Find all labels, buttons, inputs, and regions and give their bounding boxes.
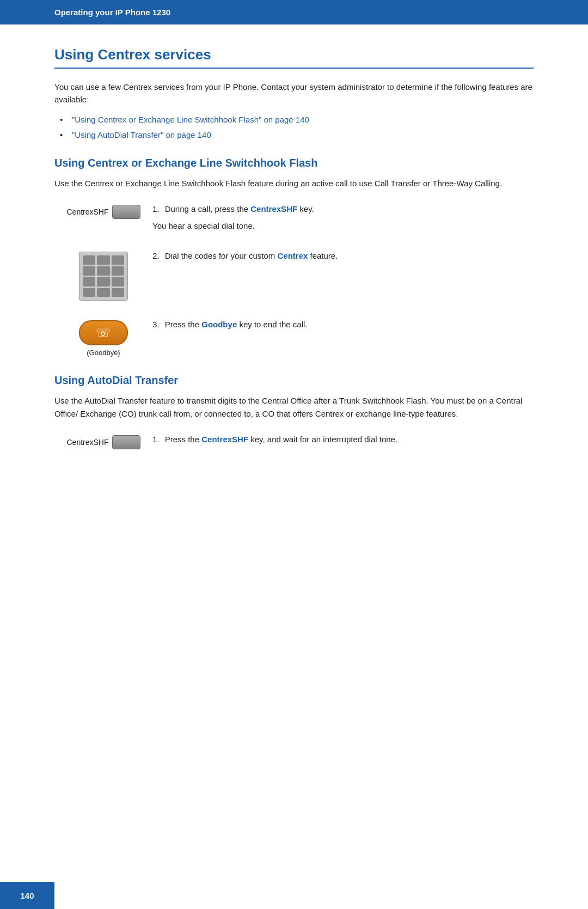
keypad-image bbox=[79, 252, 128, 301]
step-note-1: You hear a special dial tone. bbox=[152, 219, 534, 232]
bullet-list: "Using Centrex or Exchange Line Switchho… bbox=[54, 114, 534, 142]
section1-body: Use the Centrex or Exchange Line Switchh… bbox=[54, 177, 534, 190]
step-text-before-1: During a call, press the bbox=[165, 204, 251, 213]
step-number-3: 3. bbox=[152, 320, 160, 329]
section2-body: Use the AutoDial Transfer feature to tra… bbox=[54, 394, 534, 420]
key-7 bbox=[83, 277, 95, 286]
section1-steps: CentrexSHF 1. During a call, press the C… bbox=[54, 203, 534, 357]
key-9 bbox=[112, 277, 124, 286]
link-autodial[interactable]: "Using AutoDial Transfer" on page 140 bbox=[72, 130, 211, 139]
step-image-3: ☏ (Goodbye) bbox=[54, 318, 152, 357]
step-row-1: CentrexSHF 1. During a call, press the C… bbox=[54, 203, 534, 233]
header-bar: Operating your IP Phone 1230 bbox=[0, 0, 588, 25]
goodbye-button-image: ☏ bbox=[79, 320, 128, 345]
step-text-s2-1: 1. Press the CentrexSHF key, and wait fo… bbox=[152, 433, 534, 446]
step-text-after-1: key. bbox=[297, 204, 314, 213]
step-row-3: ☏ (Goodbye) 3. Press the Goodbye key to … bbox=[54, 318, 534, 357]
step-text-after-3: key to end the call. bbox=[237, 320, 307, 329]
step-highlight-1: CentrexSHF bbox=[250, 204, 297, 213]
step-number-1: 1. bbox=[152, 204, 160, 213]
key-1 bbox=[83, 255, 95, 265]
step-image-2 bbox=[54, 249, 152, 301]
step-highlight-s2-1: CentrexSHF bbox=[201, 435, 248, 444]
phone-icon: ☏ bbox=[96, 326, 111, 340]
key-3 bbox=[112, 255, 124, 265]
centrex-shf-row-2: CentrexSHF bbox=[66, 435, 140, 449]
step-text-2: 2. Dial the codes for your custom Centre… bbox=[152, 249, 534, 262]
goodbye-label: (Goodbye) bbox=[87, 349, 120, 357]
page-title: Using Centrex services bbox=[54, 46, 534, 69]
step-text-before-3: Press the bbox=[165, 320, 202, 329]
step-image-1: CentrexSHF bbox=[54, 203, 152, 219]
centrex-shf-row-1: CentrexSHF bbox=[66, 205, 140, 219]
section1-heading: Using Centrex or Exchange Line Switchhoo… bbox=[54, 157, 534, 169]
key-star bbox=[83, 288, 95, 297]
centrex-shf-button-2 bbox=[112, 435, 140, 449]
key-5 bbox=[97, 266, 109, 276]
header-text: Operating your IP Phone 1230 bbox=[54, 8, 170, 17]
step-text-before-2: Dial the codes for your custom bbox=[165, 251, 278, 260]
step-text-3: 3. Press the Goodbye key to end the call… bbox=[152, 318, 534, 331]
link-switchhook[interactable]: "Using Centrex or Exchange Line Switchho… bbox=[72, 115, 309, 124]
key-2 bbox=[97, 255, 109, 265]
step-number-s2-1: 1. bbox=[152, 435, 160, 444]
key-8 bbox=[97, 277, 109, 286]
step-image-s2-1: CentrexSHF bbox=[54, 433, 152, 449]
step-number-2: 2. bbox=[152, 251, 160, 260]
list-item: "Using AutoDial Transfer" on page 140 bbox=[60, 129, 534, 142]
key-4 bbox=[83, 266, 95, 276]
main-content: Using Centrex services You can use a few… bbox=[0, 25, 588, 499]
step-highlight-3: Goodbye bbox=[201, 320, 237, 329]
step-text-after-s2-1: key, and wait for an interrupted dial to… bbox=[248, 435, 397, 444]
step-row-2: 2. Dial the codes for your custom Centre… bbox=[54, 249, 534, 301]
step-highlight-2: Centrex bbox=[277, 251, 308, 260]
step-text-before-s2-1: Press the bbox=[165, 435, 202, 444]
intro-paragraph: You can use a few Centrex services from … bbox=[54, 81, 534, 106]
centrex-shf-label-1: CentrexSHF bbox=[66, 208, 108, 216]
key-pound bbox=[112, 288, 124, 297]
footer-bar: 140 bbox=[0, 882, 54, 909]
step-text-1: 1. During a call, press the CentrexSHF k… bbox=[152, 203, 534, 233]
list-item: "Using Centrex or Exchange Line Switchho… bbox=[60, 114, 534, 126]
centrex-shf-label-2: CentrexSHF bbox=[66, 438, 108, 447]
step-row-s2-1: CentrexSHF 1. Press the CentrexSHF key, … bbox=[54, 433, 534, 449]
page-number: 140 bbox=[20, 891, 34, 900]
section2-heading: Using AutoDial Transfer bbox=[54, 374, 534, 387]
key-0 bbox=[97, 288, 109, 297]
centrex-shf-button-1 bbox=[112, 205, 140, 219]
key-6 bbox=[112, 266, 124, 276]
section2-steps: CentrexSHF 1. Press the CentrexSHF key, … bbox=[54, 433, 534, 449]
step-text-after-2: feature. bbox=[308, 251, 338, 260]
